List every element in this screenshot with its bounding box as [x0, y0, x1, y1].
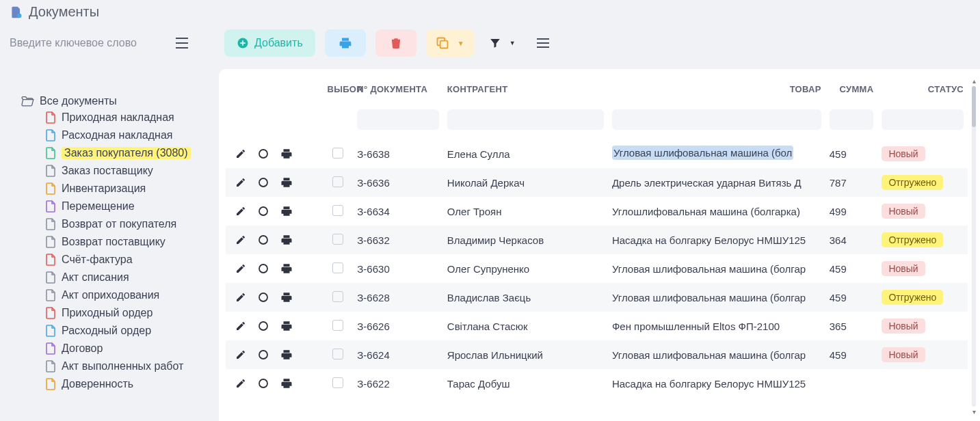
sidebar-item[interactable]: Договор: [45, 340, 212, 357]
table-row[interactable]: З-6622Тарас ДобушНасадка на болгарку Бел…: [226, 369, 968, 398]
status-circle-icon[interactable]: [257, 262, 269, 275]
sidebar-item[interactable]: Доверенность: [45, 375, 212, 393]
col-status[interactable]: СТАТУС: [877, 77, 968, 107]
document-icon: [45, 182, 56, 195]
print-button[interactable]: [325, 29, 366, 57]
search-box[interactable]: [10, 37, 160, 49]
filter-button[interactable]: ▼: [484, 29, 521, 57]
status-circle-icon[interactable]: [257, 205, 269, 217]
sidebar-item[interactable]: Возврат поставщику: [45, 233, 212, 251]
row-print-icon[interactable]: [280, 377, 293, 390]
sidebar-item[interactable]: Перемещение: [45, 198, 212, 215]
edit-icon[interactable]: [235, 234, 246, 245]
row-print-icon[interactable]: [280, 320, 293, 332]
table-row[interactable]: З-6626Світлана СтасюкФен промышленный El…: [226, 312, 968, 340]
status-circle-icon[interactable]: [257, 320, 269, 332]
vertical-scrollbar[interactable]: ▴ ▾: [970, 77, 977, 416]
sidebar-item[interactable]: Акт выполненных работ: [45, 357, 212, 375]
sidebar-item[interactable]: Инвентаризация: [45, 180, 212, 198]
col-tovar[interactable]: ТОВАР: [608, 77, 825, 107]
edit-icon[interactable]: [235, 177, 246, 188]
table-row[interactable]: З-6634Олег ТроянУглошлифовальная машина …: [226, 197, 968, 226]
cell-contragent: Николай Деркач: [443, 168, 608, 197]
scroll-thumb[interactable]: [972, 86, 976, 127]
filter-summa[interactable]: [830, 109, 874, 130]
sidebar-item[interactable]: Расходная накладная: [45, 126, 212, 144]
sidebar-item[interactable]: Акт оприходования: [45, 286, 212, 304]
status-circle-icon[interactable]: [257, 291, 269, 303]
status-circle-icon[interactable]: [257, 148, 269, 160]
cell-status: Новый: [877, 197, 968, 226]
edit-icon[interactable]: [235, 321, 246, 331]
table-row[interactable]: З-6638Елена СуллаУгловая шлифовальная ма…: [226, 139, 968, 168]
cell-num: З-6638: [353, 139, 443, 168]
sidebar-item[interactable]: Расходный ордер: [45, 322, 212, 340]
col-num[interactable]: N° ДОКУМЕНТА: [353, 77, 443, 107]
row-print-icon[interactable]: [280, 148, 293, 160]
sidebar-item[interactable]: Заказ поставщику: [45, 162, 212, 180]
document-icon: [45, 128, 56, 142]
caret-down-icon: ▼: [509, 40, 516, 46]
row-checkbox[interactable]: [332, 377, 343, 388]
document-icon: [45, 111, 56, 124]
status-circle-icon[interactable]: [257, 349, 269, 361]
row-print-icon[interactable]: [280, 176, 293, 189]
table-row[interactable]: З-6632Владимир ЧеркасовНасадка на болгар…: [226, 226, 968, 254]
edit-icon[interactable]: [235, 378, 246, 389]
view-menu-button[interactable]: [531, 29, 555, 57]
filter-tovar[interactable]: [612, 109, 821, 130]
row-print-icon[interactable]: [280, 205, 293, 217]
edit-icon[interactable]: [235, 292, 246, 303]
sidebar-item[interactable]: Приходная накладная: [45, 109, 212, 126]
edit-icon[interactable]: [235, 349, 246, 360]
toolbar: Добавить ▼ ▼: [224, 29, 555, 57]
filter-num[interactable]: [357, 109, 439, 130]
col-contr[interactable]: КОНТРАГЕНТ: [443, 77, 608, 107]
edit-icon[interactable]: [235, 148, 246, 159]
status-circle-icon[interactable]: [257, 377, 269, 390]
sidebar-item[interactable]: Приходный ордер: [45, 304, 212, 322]
status-circle-icon[interactable]: [257, 176, 269, 189]
tree-root-item[interactable]: Все документы: [21, 94, 212, 109]
edit-icon[interactable]: [235, 263, 246, 274]
filter-row: [226, 107, 968, 139]
status-circle-icon[interactable]: [257, 234, 269, 246]
row-print-icon[interactable]: [280, 234, 293, 246]
col-vybor[interactable]: ВЫБОР: [323, 77, 353, 107]
document-icon: [45, 342, 56, 355]
cell-sum: 787: [825, 168, 878, 197]
sidebar-item-label: Приходная накладная: [62, 111, 174, 124]
sidebar-item[interactable]: Акт списания: [45, 269, 212, 286]
add-button[interactable]: Добавить: [224, 29, 315, 57]
scroll-down-icon[interactable]: ▾: [972, 408, 976, 416]
row-checkbox[interactable]: [332, 205, 343, 216]
delete-button[interactable]: [375, 29, 416, 57]
copy-button[interactable]: ▼: [426, 29, 474, 57]
row-checkbox[interactable]: [332, 148, 343, 159]
row-print-icon[interactable]: [280, 291, 293, 303]
row-checkbox[interactable]: [332, 291, 343, 302]
filter-contr[interactable]: [447, 109, 604, 130]
edit-icon[interactable]: [235, 206, 246, 217]
search-input[interactable]: [10, 37, 160, 49]
scroll-up-icon[interactable]: ▴: [972, 77, 976, 85]
table-row[interactable]: З-6636Николай ДеркачДрель электрическая …: [226, 168, 968, 197]
cell-num: З-6634: [353, 197, 443, 226]
row-print-icon[interactable]: [280, 349, 293, 361]
row-checkbox[interactable]: [332, 234, 343, 245]
table-row[interactable]: З-6624Ярослав ИльницкийУгловая шлифоваль…: [226, 340, 968, 369]
sidebar-toggle[interactable]: [172, 37, 191, 49]
table-row[interactable]: З-6630Олег СупруненкоУгловая шлифовальна…: [226, 254, 968, 283]
sidebar-item[interactable]: Заказ покупателя (3080): [45, 144, 212, 162]
col-summa[interactable]: СУММА: [825, 77, 878, 107]
row-checkbox[interactable]: [332, 349, 343, 359]
cell-status: Новый: [877, 139, 968, 168]
sidebar-item[interactable]: Счёт-фактура: [45, 251, 212, 269]
row-checkbox[interactable]: [332, 320, 343, 331]
sidebar-item[interactable]: Возврат от покупателя: [45, 215, 212, 233]
filter-status[interactable]: [882, 109, 964, 130]
row-checkbox[interactable]: [332, 176, 343, 187]
row-checkbox[interactable]: [332, 262, 343, 273]
table-row[interactable]: З-6628Владислав ЗаєцьУгловая шлифовальна…: [226, 283, 968, 312]
row-print-icon[interactable]: [280, 262, 293, 275]
